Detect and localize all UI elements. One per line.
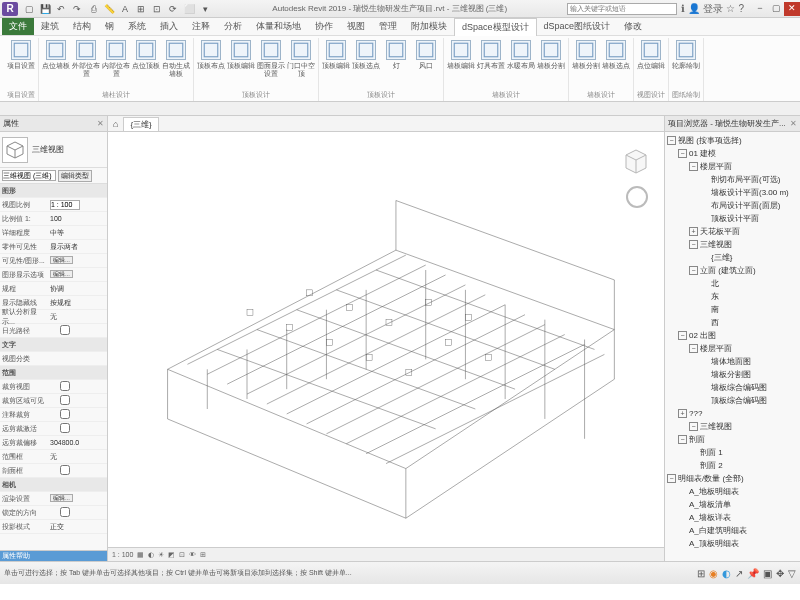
ribbon-button[interactable]: 墙板分割	[537, 38, 565, 89]
ribbon-button[interactable]: 项目设置	[7, 38, 35, 89]
ribbon-button[interactable]: 水暖布局	[507, 38, 535, 89]
visual-style-icon[interactable]: ◐	[148, 551, 154, 559]
ribbon-button[interactable]: 图面显示设置	[257, 38, 285, 89]
drawing-canvas[interactable]	[108, 132, 664, 547]
tree-toggle-icon[interactable]: −	[689, 240, 698, 249]
ribbon-button[interactable]: 点位墙板	[42, 38, 70, 89]
tree-node[interactable]: +天花板平面	[667, 225, 798, 238]
sync-icon[interactable]: ⟳	[166, 2, 180, 16]
filter-icon[interactable]: ▽	[788, 568, 796, 579]
tree-node[interactable]: −01 建模	[667, 147, 798, 160]
view3d-icon[interactable]: ⬜	[182, 2, 196, 16]
tree-node[interactable]: 墙体地面图	[667, 355, 798, 368]
prop-value[interactable]: 无	[48, 452, 107, 462]
prop-edit-button[interactable]: 编辑...	[50, 270, 73, 278]
menu-tab-15[interactable]: 修改	[617, 18, 649, 35]
edit-type-button[interactable]: 编辑类型	[58, 170, 92, 182]
menu-tab-13[interactable]: dSpace模型设计	[454, 18, 537, 36]
tree-toggle-icon[interactable]: −	[689, 344, 698, 353]
tree-node[interactable]: A_墙板详表	[667, 511, 798, 524]
tree-node[interactable]: 墙板分割图	[667, 368, 798, 381]
tree-toggle-icon[interactable]: −	[678, 149, 687, 158]
ribbon-button[interactable]: 灯具布置	[477, 38, 505, 89]
view-cube[interactable]	[616, 140, 656, 180]
menu-tab-10[interactable]: 视图	[340, 18, 372, 35]
select-pinned-icon[interactable]: 📌	[747, 568, 759, 579]
select-links-icon[interactable]: ↗	[735, 568, 743, 579]
tree-toggle-icon[interactable]: −	[667, 136, 676, 145]
menu-tab-4[interactable]: 系统	[121, 18, 153, 35]
prop-value[interactable]	[48, 395, 107, 406]
tree-node[interactable]: −立面 (建筑立面)	[667, 264, 798, 277]
prop-checkbox[interactable]	[50, 423, 80, 433]
prop-edit-button[interactable]: 编辑...	[50, 494, 73, 502]
measure-icon[interactable]: 📏	[102, 2, 116, 16]
nav-wheel[interactable]	[626, 186, 648, 208]
tree-node[interactable]: −剖面	[667, 433, 798, 446]
tree-node[interactable]: A_墙板清单	[667, 498, 798, 511]
prop-value[interactable]: 按规程	[48, 298, 107, 308]
ribbon-button[interactable]: 内部位布置	[102, 38, 130, 89]
prop-value[interactable]: 编辑...	[48, 256, 107, 265]
tree-node[interactable]: 剖面 1	[667, 446, 798, 459]
prop-value[interactable]: 正交	[48, 522, 107, 532]
detail-level-icon[interactable]: ▦	[137, 551, 144, 559]
help-icon[interactable]: ?	[738, 3, 744, 14]
tree-node[interactable]: −02 出图	[667, 329, 798, 342]
tree-node[interactable]: 墙板设计平面(3.00 m)	[667, 186, 798, 199]
tree-node[interactable]: −三维视图	[667, 238, 798, 251]
prop-checkbox[interactable]	[50, 381, 80, 391]
close-button[interactable]: ✕	[784, 2, 800, 16]
ribbon-button[interactable]: 点位顶板	[132, 38, 160, 89]
tag-icon[interactable]: ⊡	[150, 2, 164, 16]
prop-value[interactable]	[48, 325, 107, 336]
browser-tree[interactable]: −视图 (按事项选择)−01 建模−楼层平面剖切布局平面(可选)墙板设计平面(3…	[665, 132, 800, 561]
prop-value[interactable]	[48, 381, 107, 392]
prop-value[interactable]: 编辑...	[48, 270, 107, 279]
ribbon-button[interactable]: 灯	[382, 38, 410, 89]
infocenter-icon[interactable]: ℹ	[681, 3, 685, 14]
prop-value[interactable]: 编辑...	[48, 494, 107, 503]
prop-value[interactable]: 协调	[48, 284, 107, 294]
menu-tab-3[interactable]: 钢	[98, 18, 121, 35]
instance-dropdown[interactable]	[2, 170, 56, 181]
drag-icon[interactable]: ✥	[776, 568, 784, 579]
redo-icon[interactable]: ↷	[70, 2, 84, 16]
prop-value[interactable]	[48, 409, 107, 420]
design-options-icon[interactable]: ◉	[709, 568, 718, 579]
dropdown-icon[interactable]: ▾	[198, 2, 212, 16]
menu-tab-1[interactable]: 建筑	[34, 18, 66, 35]
menu-tab-12[interactable]: 附加模块	[404, 18, 454, 35]
signin-icon[interactable]: 👤	[688, 3, 700, 14]
close-icon[interactable]: ✕	[790, 119, 797, 128]
prop-value[interactable]	[48, 465, 107, 476]
save-icon[interactable]: 💾	[38, 2, 52, 16]
menu-tab-0[interactable]: 文件	[2, 18, 34, 35]
tree-toggle-icon[interactable]: −	[689, 422, 698, 431]
scale-control[interactable]: 1 : 100	[112, 551, 133, 558]
prop-value[interactable]: 无	[48, 312, 107, 322]
hide-icon[interactable]: 👁	[189, 551, 196, 558]
tree-node[interactable]: −视图 (按事项选择)	[667, 134, 798, 147]
favorite-icon[interactable]: ☆	[726, 3, 735, 14]
tree-toggle-icon[interactable]: +	[689, 227, 698, 236]
tree-node[interactable]: 顶板设计平面	[667, 212, 798, 225]
tree-node[interactable]: 布局设计平面(面层)	[667, 199, 798, 212]
ribbon-button[interactable]: 顶板布点	[197, 38, 225, 89]
prop-checkbox[interactable]	[50, 395, 80, 405]
tree-node[interactable]: −楼层平面	[667, 160, 798, 173]
shadows-icon[interactable]: ◩	[168, 551, 175, 559]
tree-node[interactable]: 南	[667, 303, 798, 316]
view-tab[interactable]: {三维}	[123, 117, 158, 131]
prop-input[interactable]	[50, 200, 80, 210]
menu-tab-11[interactable]: 管理	[372, 18, 404, 35]
type-selector[interactable]: 三维视图	[0, 132, 107, 168]
prop-value[interactable]: 100	[48, 215, 107, 222]
maximize-button[interactable]: ▢	[768, 2, 784, 16]
tree-node[interactable]: −三维视图	[667, 420, 798, 433]
menu-tab-7[interactable]: 分析	[217, 18, 249, 35]
tree-toggle-icon[interactable]: −	[678, 331, 687, 340]
search-input[interactable]	[567, 3, 677, 15]
home-icon[interactable]: ⌂	[110, 119, 121, 129]
reveal-icon[interactable]: ⊞	[200, 551, 206, 559]
